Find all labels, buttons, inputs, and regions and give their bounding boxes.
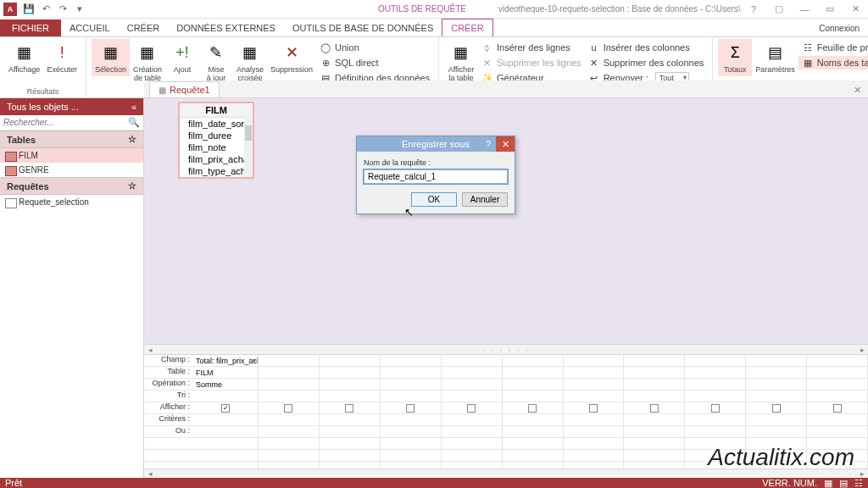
scroll-right-icon[interactable]: ▸ [856,345,868,354]
query-name-input[interactable] [364,169,508,184]
qbe-cell[interactable] [320,355,380,367]
qbe-cell[interactable] [320,379,380,391]
qbe-cell[interactable] [746,426,806,438]
affichage-button[interactable]: ▦ Affichage [5,39,43,76]
table-box-scrollbar[interactable] [244,117,253,177]
totaux-button[interactable]: Σ Totaux [718,39,752,76]
nav-header[interactable]: Tous les objets ... « [0,98,143,115]
tab-creer-contextual[interactable]: CRÉER [442,19,493,36]
nav-item-requete-selection[interactable]: Requete_selection [0,195,143,209]
qbe-cell[interactable] [807,391,867,402]
qbe-cell[interactable] [624,426,684,438]
qbe-afficher-cell[interactable] [624,402,684,414]
qbe-cell[interactable] [381,426,441,438]
qbe-cell[interactable] [685,355,745,367]
qbe-cell[interactable] [442,426,502,438]
feuille-proprietes-button[interactable]: ☷Feuille de propriétés [798,41,868,54]
qbe-cell[interactable] [381,414,441,426]
qbe-cell[interactable] [564,391,624,402]
qbe-afficher-cell[interactable] [685,402,745,414]
table-field[interactable]: film_type_achat [180,165,253,177]
qbe-cell[interactable] [624,450,684,462]
selection-button[interactable]: ▦ Sélection [92,39,130,76]
sql-direct-button[interactable]: ⊕SQL direct [316,56,433,69]
scroll-left-icon[interactable]: ◂ [144,345,156,354]
connexion-link[interactable]: Connexion [810,20,868,36]
qbe-cell[interactable] [442,379,502,391]
qbe-cell[interactable] [503,414,563,426]
qbe-cell[interactable] [381,438,441,450]
design-scrollbar[interactable]: ◂ · · · · · · ▸ [144,344,868,355]
qbe-afficher-cell[interactable] [564,402,624,414]
nav-group-tables[interactable]: Tables☆ [0,130,143,148]
qbe-afficher-cell[interactable] [442,402,502,414]
nav-group-requetes[interactable]: Requêtes☆ [0,177,143,195]
qbe-cell[interactable] [259,450,319,462]
inserer-colonnes-button[interactable]: uInsérer des colonnes [585,41,708,54]
dialog-close-icon[interactable]: ✕ [496,136,515,152]
qbe-cell[interactable] [442,355,502,367]
qbe-cell[interactable] [503,379,563,391]
chevron-left-icon[interactable]: « [131,102,136,112]
qbe-cell[interactable] [503,426,563,438]
qbe-cell[interactable] [503,367,563,379]
qbe-cell[interactable] [381,355,441,367]
table-field[interactable]: film_prix_achat [180,153,253,165]
qbe-cell[interactable] [564,450,624,462]
qbe-cell[interactable] [320,450,380,462]
qbe-table-cell[interactable]: FILM [193,367,258,379]
qbe-cell[interactable] [381,450,441,462]
tab-creer[interactable]: CRÉER [119,19,169,36]
qbe-cell[interactable] [685,367,745,379]
qbe-cell[interactable] [807,414,867,426]
qbe-champ-cell[interactable]: Total: film_prix_acl [193,355,258,367]
qbe-cell[interactable] [685,379,745,391]
cancel-button[interactable]: Annuler [462,192,508,207]
scroll-right-icon[interactable]: ▸ [856,469,868,478]
qbe-cell[interactable] [259,391,319,402]
qbe-cell[interactable] [807,379,867,391]
qbe-cell[interactable] [564,438,624,450]
qbe-cell[interactable] [624,367,684,379]
table-box-film[interactable]: FILM film_date_sortie film_duree film_no… [178,102,254,179]
qbe-cell[interactable] [503,391,563,402]
qbe-cell[interactable] [503,450,563,462]
qbe-cell[interactable] [746,391,806,402]
qbe-cell[interactable] [807,426,867,438]
qbe-cell[interactable] [320,438,380,450]
qbe-cell[interactable] [746,355,806,367]
qbe-cell[interactable] [807,355,867,367]
qbe-cell[interactable] [746,367,806,379]
object-tab-requete1[interactable]: ▦ Requête1 [149,81,220,97]
qbe-cell[interactable] [807,367,867,379]
analyse-croisee-button[interactable]: ▦ Analyse croisée [233,39,267,85]
qbe-cell[interactable] [503,355,563,367]
qbe-cell[interactable] [624,391,684,402]
tab-file[interactable]: FICHIER [0,19,61,36]
help-icon[interactable]: ? [741,0,766,19]
view-icon[interactable]: ☷ [854,478,863,489]
qbe-ou-cell[interactable] [193,426,258,438]
qbe-cell[interactable] [320,367,380,379]
union-button[interactable]: ◯Union [316,41,433,54]
ribbon-toggle-icon[interactable]: ▢ [766,0,792,19]
qbe-cell[interactable] [564,414,624,426]
suppression-button[interactable]: ✕ Suppression [267,39,316,76]
creation-table-button[interactable]: ▦ Création de table [130,39,165,85]
dialog-help-icon[interactable]: ? [481,136,496,152]
inserer-lignes-button[interactable]: ⎀Insérer des lignes [478,41,585,54]
ajout-button[interactable]: +! Ajout [165,39,199,76]
qbe-cell[interactable] [259,379,319,391]
nav-item-genre[interactable]: GENRE [0,163,143,177]
afficher-table-button[interactable]: ▦ Afficher la table [444,39,478,85]
tab-outils-bd[interactable]: OUTILS DE BASE DE DONNÉES [284,19,442,36]
qbe-cell[interactable] [320,391,380,402]
qbe-cell[interactable] [624,355,684,367]
close-icon[interactable]: ✕ [843,0,868,19]
qbe-operation-cell[interactable]: Somme [193,379,258,391]
view-icon[interactable]: ▤ [839,478,848,489]
qbe-cell[interactable] [746,414,806,426]
qbe-tri-cell[interactable] [193,391,258,402]
qat-customize-icon[interactable]: ▾ [71,1,88,18]
search-icon[interactable]: 🔍 [128,117,140,128]
